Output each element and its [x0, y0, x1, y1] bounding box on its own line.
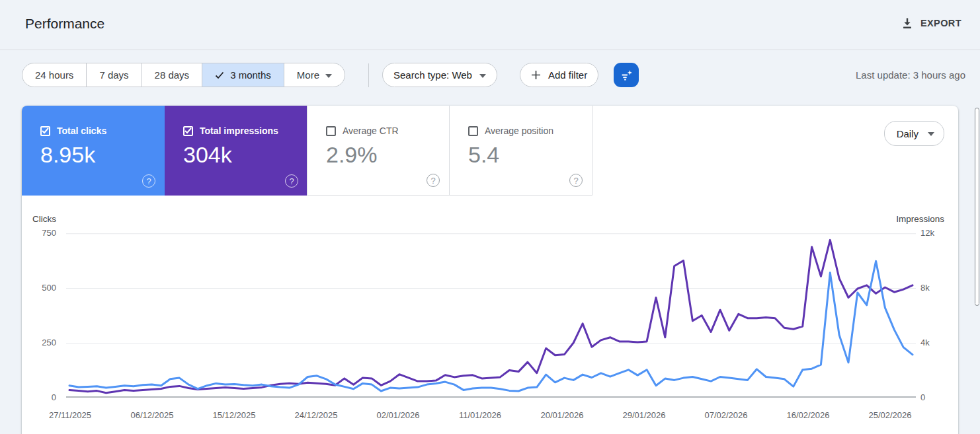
metric-label: Total clicks — [57, 126, 106, 136]
plus-icon — [531, 70, 541, 80]
performance-chart — [66, 233, 916, 398]
performance-chart-card: Total clicks8.95k?Total impressions304k?… — [22, 106, 958, 434]
right-axis-title: Impressions — [896, 214, 944, 224]
granularity-dropdown[interactable]: Daily — [884, 121, 944, 146]
series-line-clicks — [69, 261, 913, 391]
date-range-tab-label: 24 hours — [35, 69, 73, 81]
search-type-label: Search type: Web — [393, 69, 472, 81]
date-range-tab-28-days[interactable]: 28 days — [142, 63, 202, 87]
filter-bar-separator — [368, 63, 369, 87]
chevron-down-icon — [928, 132, 934, 136]
metric-head: Total impressions — [183, 126, 278, 136]
scrollbar[interactable] — [975, 108, 979, 306]
metric-value: 304k — [183, 142, 232, 168]
metric-value: 8.95k — [40, 142, 95, 168]
left-axis-tick: 500 — [22, 283, 56, 293]
series-line-impressions — [69, 240, 913, 392]
chevron-down-icon — [325, 74, 332, 78]
check-icon — [215, 71, 224, 79]
x-axis-date-label: 02/01/2026 — [376, 410, 419, 420]
left-axis-tick: 250 — [22, 338, 56, 348]
date-range-tab-7-days[interactable]: 7 days — [86, 63, 141, 87]
x-axis-date-label: 24/12/2025 — [294, 410, 337, 420]
metric-label: Average CTR — [343, 126, 399, 136]
x-axis-date-label: 16/02/2026 — [786, 410, 829, 420]
date-range-tab-3-months[interactable]: 3 months — [202, 63, 284, 87]
metric-head: Average position — [468, 126, 553, 136]
filter-bar: 24 hours7 days28 days3 monthsMore Search… — [0, 63, 980, 88]
right-axis-tick: 0 — [920, 392, 925, 403]
metric-label: Average position — [485, 126, 553, 136]
x-axis-date-label: 11/01/2026 — [459, 410, 501, 420]
x-axis-date-label: 25/02/2026 — [868, 410, 911, 420]
right-axis-tick: 12k — [920, 228, 934, 238]
metric-checkbox[interactable] — [326, 126, 336, 136]
left-axis-tick: 750 — [22, 228, 56, 238]
metric-label: Total impressions — [200, 126, 278, 136]
metric-checkbox[interactable] — [183, 126, 193, 136]
help-icon[interactable]: ? — [569, 174, 583, 187]
help-icon[interactable]: ? — [427, 174, 440, 187]
x-axis-date-label: 06/12/2025 — [130, 410, 173, 420]
metric-checkbox[interactable] — [40, 126, 50, 136]
left-axis-tick: 0 — [22, 392, 56, 403]
date-range-tab-label: More — [297, 69, 319, 81]
page-title: Performance — [25, 16, 104, 32]
metrics-row: Total clicks8.95k?Total impressions304k?… — [22, 106, 592, 196]
x-axis-date-label: 15/12/2025 — [212, 410, 255, 420]
download-icon — [901, 17, 914, 30]
x-axis-date-label: 29/01/2026 — [622, 410, 665, 420]
date-range-tabs: 24 hours7 days28 days3 monthsMore — [22, 63, 345, 87]
date-range-tab-24-hours[interactable]: 24 hours — [22, 63, 86, 87]
help-icon[interactable]: ? — [142, 174, 155, 188]
help-icon[interactable]: ? — [285, 174, 298, 188]
right-axis-tick: 8k — [920, 283, 930, 293]
metric-card-average-ctr[interactable]: Average CTR2.9%? — [307, 106, 450, 196]
date-range-tab-more[interactable]: More — [284, 63, 345, 87]
granularity-label: Daily — [897, 128, 919, 139]
metric-card-total-impressions[interactable]: Total impressions304k? — [165, 106, 307, 196]
add-filter-label: Add filter — [548, 69, 587, 81]
x-axis-date-label: 07/02/2026 — [704, 410, 747, 420]
header-divider — [0, 50, 980, 50]
metric-card-average-position[interactable]: Average position5.4? — [450, 106, 592, 196]
export-button[interactable]: EXPORT — [897, 16, 965, 30]
metric-value: 2.9% — [326, 142, 378, 168]
date-range-tab-label: 28 days — [155, 69, 190, 81]
metric-value: 5.4 — [468, 142, 499, 168]
filter-sparkle-icon — [619, 68, 633, 83]
metric-card-total-clicks[interactable]: Total clicks8.95k? — [22, 106, 165, 196]
ai-filter-button[interactable] — [614, 63, 639, 87]
metric-checkbox[interactable] — [468, 126, 478, 136]
search-type-dropdown[interactable]: Search type: Web — [382, 63, 497, 87]
performance-page: Performance EXPORT 24 hours7 days28 days… — [0, 0, 980, 434]
metric-head: Total clicks — [40, 126, 106, 136]
x-axis-date-label: 20/01/2026 — [540, 410, 583, 420]
left-axis-title: Clicks — [32, 214, 56, 224]
metric-head: Average CTR — [326, 126, 399, 136]
right-axis-tick: 4k — [920, 338, 930, 348]
date-range-tab-label: 3 months — [230, 69, 271, 81]
last-update-text: Last update: 3 hours ago — [856, 63, 965, 88]
x-axis-date-label: 27/11/2025 — [49, 410, 91, 420]
export-label: EXPORT — [920, 18, 961, 28]
add-filter-button[interactable]: Add filter — [520, 63, 598, 87]
date-range-tab-label: 7 days — [99, 69, 128, 81]
chevron-down-icon — [479, 74, 486, 78]
